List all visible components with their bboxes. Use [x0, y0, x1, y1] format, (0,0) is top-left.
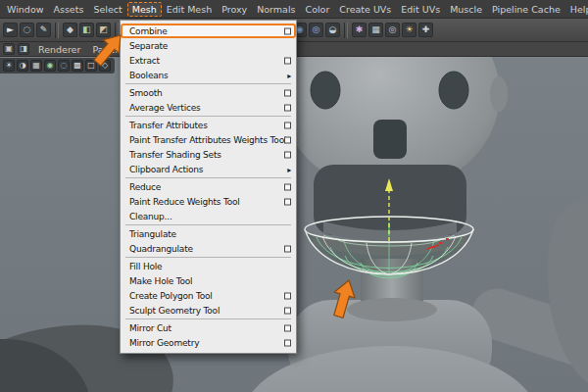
- xray-icon[interactable]: ◇: [99, 60, 111, 72]
- menu-item-label: Extract: [129, 56, 160, 66]
- option-box-icon[interactable]: [284, 183, 291, 190]
- render-settings-icon[interactable]: ◒: [325, 23, 340, 37]
- option-box-icon[interactable]: [284, 122, 291, 128]
- paint-select-tool-icon[interactable]: ✎: [36, 23, 51, 37]
- panel-menu-icons: ▣◨: [3, 43, 29, 55]
- menubar-item-assets[interactable]: Assets: [48, 2, 88, 17]
- option-box-icon[interactable]: [284, 307, 291, 314]
- light-toggle-icon[interactable]: ☀: [402, 23, 416, 37]
- menubar-item-normals[interactable]: Normals: [252, 2, 300, 17]
- panel-menu-labels: RendererPanels: [32, 44, 128, 55]
- menu-item-label: Combine: [129, 26, 168, 36]
- menu-item-mirror-cut[interactable]: Mirror Cut: [121, 320, 296, 335]
- select-component-icon[interactable]: ◩: [96, 23, 111, 37]
- menu-item-label: Make Hole Tool: [129, 276, 192, 286]
- lasso-select-tool-icon[interactable]: ◌: [20, 23, 34, 37]
- textured-icon[interactable]: ▦: [30, 60, 42, 72]
- menubar-item-help[interactable]: Help: [565, 2, 588, 17]
- toolbar-separator: [55, 23, 59, 38]
- lighting-all-icon[interactable]: ☀: [3, 60, 15, 72]
- menu-item-transfer-attributes[interactable]: Transfer Attributes: [121, 118, 296, 132]
- menu-item-reduce[interactable]: Reduce: [121, 179, 296, 194]
- menu-item-label: Separate: [129, 41, 168, 51]
- menubar-item-window[interactable]: Window: [2, 2, 48, 17]
- toolbar-separator: [344, 23, 348, 38]
- menu-item-fill-hole[interactable]: Fill Hole: [121, 259, 296, 273]
- menu-item-label: Sculpt Geometry Tool: [129, 306, 220, 316]
- menu-item-separate[interactable]: Separate: [121, 38, 296, 53]
- menu-separator: [125, 83, 291, 84]
- select-tool-icon[interactable]: ►: [3, 23, 18, 37]
- menu-item-label: Mirror Cut: [129, 323, 172, 333]
- camera-icon[interactable]: ◎: [385, 23, 400, 37]
- option-box-icon[interactable]: [284, 57, 291, 64]
- menubar-item-color[interactable]: Color: [301, 2, 335, 17]
- panel-menu-item-renderer[interactable]: Renderer: [32, 44, 86, 55]
- menu-item-paint-transfer-attributes-weights-tool[interactable]: Paint Transfer Attributes Weights Tool: [121, 132, 296, 147]
- show-manipulator-icon[interactable]: ✚: [418, 23, 433, 37]
- menu-item-label: Average Vertices: [129, 103, 201, 113]
- paint-effects-icon[interactable]: ✱: [352, 23, 367, 37]
- menu-item-label: Smooth: [129, 88, 163, 98]
- menubar-item-edit-mesh[interactable]: Edit Mesh: [162, 2, 217, 17]
- menu-item-label: Transfer Attributes: [129, 121, 208, 130]
- ipr-render-icon[interactable]: ◎: [309, 23, 323, 37]
- menu-item-cleanup[interactable]: Cleanup...: [121, 209, 296, 223]
- option-box-icon[interactable]: [284, 324, 291, 331]
- screen-ao-icon[interactable]: ◉: [44, 60, 56, 72]
- menu-item-label: Mirror Geometry: [129, 338, 199, 348]
- menu-item-label: Booleans: [129, 71, 169, 80]
- pin-panel-icon[interactable]: ▣: [3, 43, 15, 55]
- menubar-item-proxy[interactable]: Proxy: [217, 2, 252, 17]
- option-box-icon[interactable]: [284, 245, 291, 252]
- menu-item-average-vertices[interactable]: Average Vertices: [121, 100, 296, 115]
- option-box-icon[interactable]: [284, 27, 291, 34]
- maya-window: WindowAssetsSelectMeshEdit MeshProxyNorm…: [0, 0, 588, 392]
- menu-item-make-hole-tool[interactable]: Make Hole Tool: [121, 273, 296, 288]
- option-box-icon[interactable]: [284, 292, 291, 299]
- option-box-icon[interactable]: [284, 136, 291, 143]
- menu-item-transfer-shading-sets[interactable]: Transfer Shading Sets: [121, 147, 296, 162]
- menu-item-booleans[interactable]: Booleans▸: [121, 68, 296, 82]
- menu-item-extract[interactable]: Extract: [121, 53, 296, 68]
- menubar-item-mesh[interactable]: Mesh: [127, 2, 162, 17]
- option-box-icon[interactable]: [284, 339, 291, 346]
- menu-separator: [125, 318, 291, 319]
- menu-item-clipboard-actions[interactable]: Clipboard Actions▸: [121, 162, 296, 176]
- menu-item-label: Paint Transfer Attributes Weights Tool: [129, 135, 286, 145]
- grid-toggle-icon[interactable]: ▦: [368, 23, 383, 37]
- menu-item-triangulate[interactable]: Triangulate: [121, 226, 296, 241]
- menu-item-label: Quadrangulate: [129, 244, 193, 254]
- menubar-item-edit-uvs[interactable]: Edit UVs: [396, 2, 445, 17]
- maximize-panel-icon[interactable]: ◨: [18, 43, 29, 55]
- toolbar-separator: [115, 23, 119, 38]
- option-box-icon[interactable]: [284, 151, 291, 158]
- select-hierarchy-icon[interactable]: ◆: [63, 23, 77, 37]
- menu-item-label: Reduce: [129, 182, 161, 192]
- select-object-icon[interactable]: ◧: [79, 23, 94, 37]
- menu-item-quadrangulate[interactable]: Quadrangulate: [121, 241, 296, 256]
- isolate-select-icon[interactable]: □: [85, 60, 97, 72]
- menubar-item-create-uvs[interactable]: Create UVs: [334, 2, 396, 17]
- menu-item-combine[interactable]: Combine: [121, 24, 296, 38]
- menubar: WindowAssetsSelectMeshEdit MeshProxyNorm…: [0, 0, 588, 19]
- menu-item-smooth[interactable]: Smooth: [121, 85, 296, 100]
- option-box-icon[interactable]: [284, 198, 291, 205]
- multisample-icon[interactable]: ▩: [72, 60, 83, 72]
- mesh-menu: CombineSeparateExtractBooleans▸SmoothAve…: [120, 20, 297, 354]
- menu-item-label: Fill Hole: [129, 262, 162, 271]
- menu-item-label: Transfer Shading Sets: [129, 150, 221, 160]
- option-box-icon[interactable]: [284, 89, 291, 96]
- menu-item-paint-reduce-weights-tool[interactable]: Paint Reduce Weights Tool: [121, 194, 296, 209]
- menu-item-mirror-geometry[interactable]: Mirror Geometry: [121, 335, 296, 350]
- menu-item-sculpt-geometry-tool[interactable]: Sculpt Geometry Tool: [121, 303, 296, 318]
- option-box-icon[interactable]: [284, 104, 291, 111]
- shadows-icon[interactable]: ◑: [17, 60, 28, 72]
- menu-item-create-polygon-tool[interactable]: Create Polygon Tool: [121, 288, 296, 303]
- menubar-item-muscle[interactable]: Muscle: [445, 2, 487, 17]
- menubar-item-pipeline-cache[interactable]: Pipeline Cache: [487, 2, 565, 17]
- menu-item-label: Cleanup...: [129, 212, 172, 221]
- menu-separator: [125, 257, 291, 258]
- motion-blur-icon[interactable]: ◌: [58, 60, 70, 72]
- menubar-item-select[interactable]: Select: [88, 2, 126, 17]
